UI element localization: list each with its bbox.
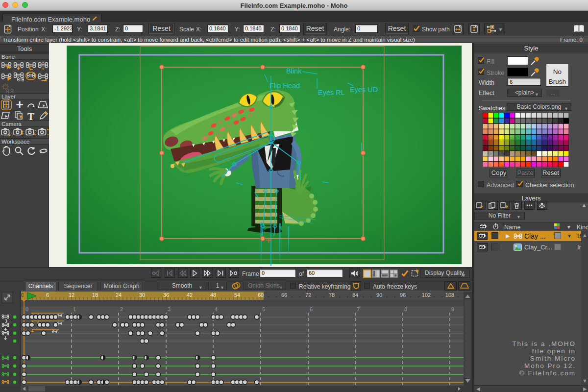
svg-text:8: 8 <box>404 306 407 312</box>
svg-text:5: 5 <box>262 306 265 312</box>
svg-text:0: 0 <box>21 292 24 298</box>
svg-text:102: 102 <box>422 292 431 298</box>
svg-text:Blink: Blink <box>286 67 302 75</box>
svg-text:3: 3 <box>168 306 171 312</box>
svg-text:1: 1 <box>73 306 76 312</box>
svg-text:36: 36 <box>163 292 169 298</box>
svg-text:Eyes UD: Eyes UD <box>350 86 378 94</box>
svg-text:2: 2 <box>120 306 123 312</box>
svg-text:96: 96 <box>400 292 406 298</box>
svg-text:78: 78 <box>329 292 335 298</box>
svg-text:60: 60 <box>258 292 264 298</box>
svg-text:42: 42 <box>187 292 193 298</box>
svg-text:18: 18 <box>92 292 98 298</box>
svg-text:6: 6 <box>46 292 49 298</box>
svg-text:4: 4 <box>215 306 218 312</box>
svg-text:9: 9 <box>451 306 454 312</box>
svg-text:66: 66 <box>281 292 287 298</box>
svg-text:24: 24 <box>116 292 122 298</box>
svg-text:84: 84 <box>352 292 358 298</box>
svg-text:30: 30 <box>139 292 145 298</box>
svg-text:48: 48 <box>210 292 216 298</box>
svg-text:6: 6 <box>310 306 313 312</box>
svg-text:0: 0 <box>25 306 28 312</box>
svg-text:Eyes RL: Eyes RL <box>318 89 345 97</box>
svg-text:90: 90 <box>376 292 382 298</box>
svg-text:Flip Head: Flip Head <box>270 82 300 90</box>
svg-text:54: 54 <box>234 292 240 298</box>
svg-text:12: 12 <box>69 292 74 298</box>
svg-text:7: 7 <box>357 306 360 312</box>
svg-text:108: 108 <box>445 292 454 298</box>
svg-text:72: 72 <box>305 292 311 298</box>
